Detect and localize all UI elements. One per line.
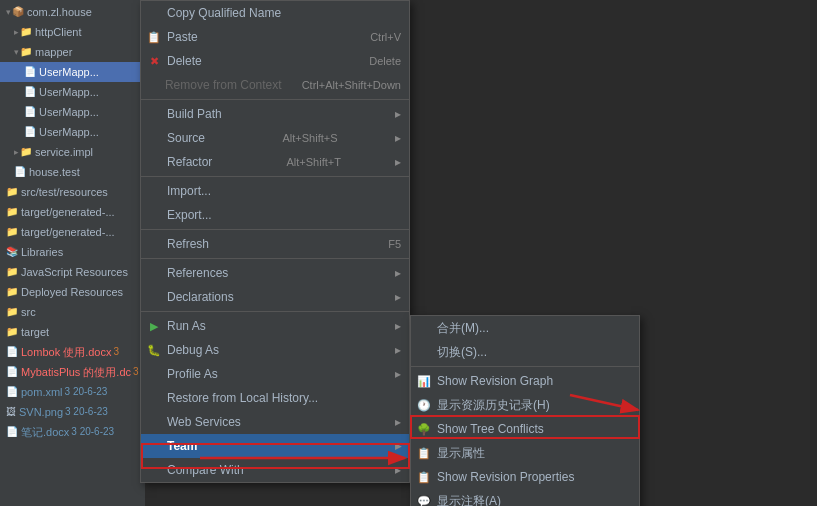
- tree-item[interactable]: 📄 UserMapp...: [0, 82, 145, 102]
- tree-label: src/test/resources: [21, 183, 108, 201]
- tree-item[interactable]: 📄 笔记.docx 3 20-6-23: [0, 422, 145, 442]
- shortcut-label: Alt+Shift+T: [266, 152, 340, 172]
- tree-item[interactable]: 📄 Lombok 使用.docx 3: [0, 342, 145, 362]
- separator: [411, 366, 639, 367]
- run-icon: ▶: [145, 316, 163, 336]
- tree-item[interactable]: 📁 src: [0, 302, 145, 322]
- menu-item-delete[interactable]: ✖ Delete Delete: [141, 49, 409, 73]
- menu-item-show-history[interactable]: 🕐 显示资源历史记录(H): [411, 393, 639, 417]
- submenu-arrow: ▸: [395, 412, 401, 432]
- debug-icon: 🐛: [145, 340, 163, 360]
- menu-item-debug-as[interactable]: 🐛 Debug As ▸: [141, 338, 409, 362]
- menu-label: Profile As: [167, 364, 218, 384]
- menu-item-references[interactable]: References ▸: [141, 261, 409, 285]
- menu-item-refactor[interactable]: Refactor Alt+Shift+T ▸: [141, 150, 409, 174]
- shortcut-label: Ctrl+Alt+Shift+Down: [282, 75, 401, 95]
- menu-label: 显示注释(A): [437, 491, 501, 506]
- menu-label: Source: [167, 128, 205, 148]
- menu-item-export[interactable]: Export...: [141, 203, 409, 227]
- menu-item-copy-qualified[interactable]: Copy Qualified Name: [141, 1, 409, 25]
- tree-arrow: ▾: [6, 3, 11, 21]
- tree-item[interactable]: 📁 target: [0, 322, 145, 342]
- doc-icon: 📄: [6, 423, 18, 441]
- menu-item-show-revision-props[interactable]: 📋 Show Revision Properties: [411, 465, 639, 489]
- menu-item-refresh[interactable]: Refresh F5: [141, 232, 409, 256]
- menu-item-source[interactable]: Source Alt+Shift+S ▸: [141, 126, 409, 150]
- properties-icon: 📋: [415, 443, 433, 463]
- menu-item-build-path[interactable]: Build Path ▸: [141, 102, 409, 126]
- folder-icon: 📁: [6, 283, 18, 301]
- tree-item[interactable]: ▾ 📦 com.zl.house: [0, 2, 145, 22]
- tree-item[interactable]: 📄 MybatisPlus 的使用.dc 3: [0, 362, 145, 382]
- menu-label: Refactor: [167, 152, 212, 172]
- folder-icon: 📁: [6, 263, 18, 281]
- folder-icon: 📁: [6, 183, 18, 201]
- tree-item[interactable]: 📁 src/test/resources: [0, 182, 145, 202]
- menu-label-team: Team: [167, 436, 197, 456]
- tree-label: house.test: [29, 163, 80, 181]
- file-tree: ▾ 📦 com.zl.house ▸ 📁 httpClient ▾ 📁 mapp…: [0, 0, 145, 506]
- submenu-arrow: ▸: [395, 287, 401, 307]
- menu-item-import[interactable]: Import...: [141, 179, 409, 203]
- tree-item[interactable]: 📄 UserMapp...: [0, 122, 145, 142]
- tree-label: UserMapp...: [39, 83, 99, 101]
- menu-label: Show Revision Properties: [437, 467, 574, 487]
- separator: [141, 99, 409, 100]
- tree-item[interactable]: 📚 Libraries: [0, 242, 145, 262]
- menu-label: 切换(S)...: [437, 342, 487, 362]
- menu-item-web-services[interactable]: Web Services ▸: [141, 410, 409, 434]
- tree-label: pom.xml: [21, 383, 63, 401]
- menu-item-show-tree-conflicts[interactable]: 🌳 Show Tree Conflicts: [411, 417, 639, 441]
- tree-item[interactable]: 📁 JavaScript Resources: [0, 262, 145, 282]
- file-icon: 📄: [24, 83, 36, 101]
- menu-label: Import...: [167, 181, 211, 201]
- menu-label: Run As: [167, 316, 206, 336]
- folder-icon: 📁: [20, 43, 32, 61]
- menu-item-switch[interactable]: 切换(S)...: [411, 340, 639, 364]
- menu-item-show-properties[interactable]: 📋 显示属性: [411, 441, 639, 465]
- menu-item-remove-context[interactable]: Remove from Context Ctrl+Alt+Shift+Down: [141, 73, 409, 97]
- tree-item[interactable]: 📁 target/generated-...: [0, 222, 145, 242]
- submenu-arrow: ▸: [395, 316, 401, 336]
- tree-item[interactable]: 🖼 SVN.png 3 20-6-23: [0, 402, 145, 422]
- tree-label: target/generated-...: [21, 223, 115, 241]
- menu-label: Debug As: [167, 340, 219, 360]
- menu-item-merge[interactable]: 合并(M)...: [411, 316, 639, 340]
- tree-item[interactable]: ▾ 📁 mapper: [0, 42, 145, 62]
- shortcut-label: Delete: [349, 51, 401, 71]
- tree-item[interactable]: 📄 pom.xml 3 20-6-23: [0, 382, 145, 402]
- tree-item[interactable]: 📁 target/generated-...: [0, 202, 145, 222]
- menu-item-run-as[interactable]: ▶ Run As ▸: [141, 314, 409, 338]
- submenu-arrow: ▸: [395, 104, 401, 124]
- menu-item-show-revision-graph[interactable]: 📊 Show Revision Graph: [411, 369, 639, 393]
- tree-item-deployed[interactable]: 📁 Deployed Resources: [0, 282, 145, 302]
- tree-label: JavaScript Resources: [21, 263, 128, 281]
- menu-label: Export...: [167, 205, 212, 225]
- menu-label: Web Services: [167, 412, 241, 432]
- separator: [141, 229, 409, 230]
- submenu-arrow: ▸: [395, 263, 401, 283]
- menu-item-paste[interactable]: 📋 Paste Ctrl+V: [141, 25, 409, 49]
- menu-item-profile-as[interactable]: Profile As ▸: [141, 362, 409, 386]
- tree-arrow: ▸: [14, 23, 19, 41]
- tree-item[interactable]: 📄 house.test: [0, 162, 145, 182]
- tree-item[interactable]: ▸ 📁 service.impl: [0, 142, 145, 162]
- menu-item-show-annotations[interactable]: 💬 显示注释(A): [411, 489, 639, 506]
- submenu-arrow: ▸: [395, 152, 401, 172]
- menu-item-team[interactable]: Team ▸: [141, 434, 409, 458]
- tree-item[interactable]: ▸ 📁 httpClient: [0, 22, 145, 42]
- tree-item-selected[interactable]: 📄 UserMapp...: [0, 62, 145, 82]
- menu-item-compare-with[interactable]: Compare With ▸: [141, 458, 409, 482]
- menu-item-restore-history[interactable]: Restore from Local History...: [141, 386, 409, 410]
- menu-label: Remove from Context: [165, 75, 282, 95]
- menu-label: 合并(M)...: [437, 318, 489, 338]
- submenu-arrow: ▸: [395, 340, 401, 360]
- doc-icon: 📄: [6, 363, 18, 381]
- folder-icon: 📁: [6, 303, 18, 321]
- tree-label: Libraries: [21, 243, 63, 261]
- file-icon: 📄: [24, 63, 36, 81]
- tree-item[interactable]: 📄 UserMapp...: [0, 102, 145, 122]
- menu-item-declarations[interactable]: Declarations ▸: [141, 285, 409, 309]
- package-icon: 📦: [12, 3, 24, 21]
- tree-label: httpClient: [35, 23, 81, 41]
